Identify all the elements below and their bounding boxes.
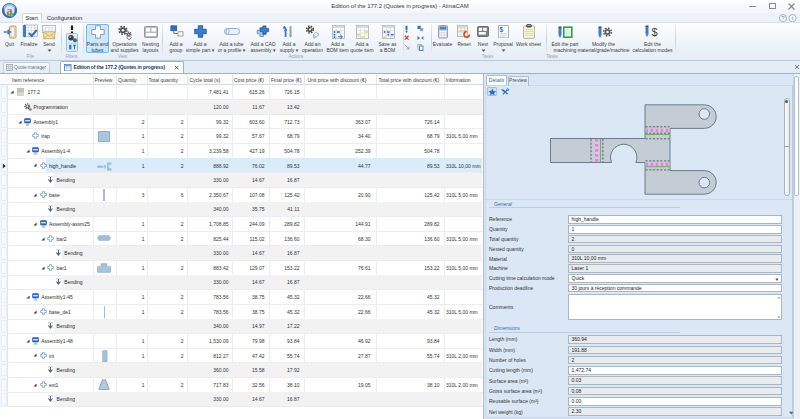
svg-text:$: $	[500, 25, 504, 33]
svg-text:$: $	[651, 26, 657, 38]
svg-text:i: i	[792, 15, 793, 21]
svg-text:?: ?	[781, 15, 784, 21]
